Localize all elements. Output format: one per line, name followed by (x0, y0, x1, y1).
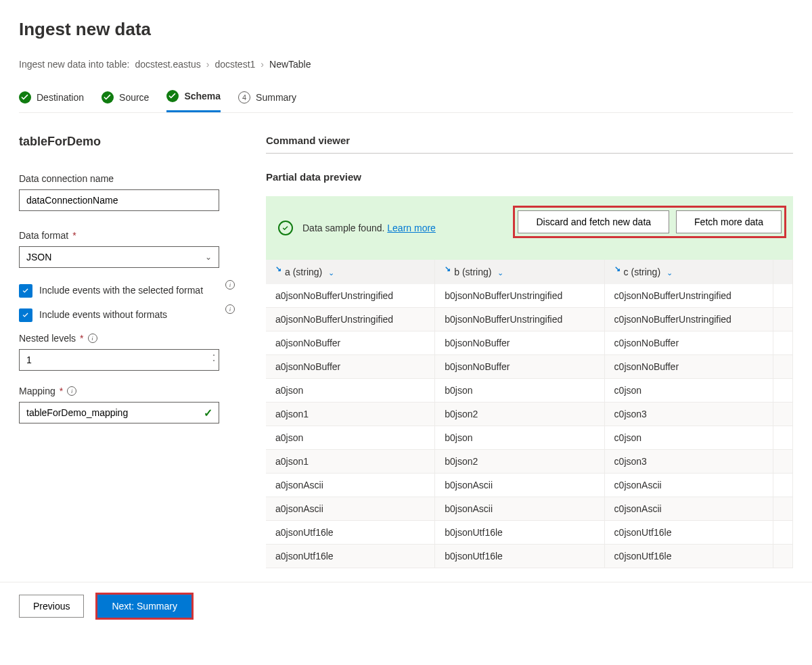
chevron-down-icon: ⌄ (328, 269, 334, 277)
table-row: a0json1b0json2c0json3 (266, 450, 793, 474)
include-events-format-checkbox[interactable] (19, 284, 32, 298)
table-name-heading: tableForDemo (19, 135, 225, 149)
cell-spacer (773, 474, 793, 497)
table-row: a0jsonNoBufferUnstringifiedb0jsonNoBuffe… (266, 284, 793, 308)
footer-actions: Previous Next: Summary (0, 582, 812, 630)
step-nav: Destination Source Schema 4 Summary (19, 90, 793, 113)
info-icon[interactable]: i (225, 304, 235, 314)
step-summary[interactable]: 4 Summary (238, 91, 296, 112)
cell-spacer (773, 355, 793, 379)
check-icon (102, 91, 114, 104)
cell-spacer (773, 284, 793, 308)
table-cell: c0json (604, 379, 773, 403)
table-cell: b0jsonNoBuffer (435, 355, 604, 379)
table-cell: a0jsonAscii (266, 474, 435, 497)
table-cell: a0json (266, 379, 435, 403)
table-cell: b0jsonNoBufferUnstringified (435, 284, 604, 308)
info-icon[interactable]: i (225, 280, 235, 290)
column-header-a[interactable]: ↘a (string)⌄ (266, 260, 435, 284)
preview-table: ↘a (string)⌄ ↘b (string)⌄ ↘c (string)⌄ a… (266, 260, 793, 568)
table-cell: b0jsonNoBuffer (435, 331, 604, 355)
nested-levels-stepper[interactable] (19, 349, 219, 371)
table-cell: c0jsonAscii (604, 497, 773, 521)
mapping-input[interactable] (19, 402, 219, 423)
column-arrow-icon: ↘ (614, 265, 621, 273)
breadcrumb-current: NewTable (269, 59, 311, 70)
table-cell: a0json (266, 426, 435, 450)
required-asterisk: * (72, 230, 76, 241)
step-number-icon: 4 (238, 91, 250, 104)
table-cell: b0json2 (435, 450, 604, 474)
chevron-down-icon: ⌄ (667, 269, 673, 277)
step-label: Destination (37, 92, 84, 103)
breadcrumb-item[interactable]: docstest1 (215, 59, 255, 70)
table-cell: a0jsonNoBufferUnstringified (266, 308, 435, 331)
required-asterisk: * (80, 333, 83, 344)
table-cell: a0jsonNoBuffer (266, 355, 435, 379)
column-spacer (773, 260, 793, 284)
command-viewer-heading: Command viewer (266, 135, 793, 154)
cell-spacer (773, 545, 793, 568)
table-cell: c0json3 (604, 403, 773, 426)
page-title: Ingest new data (19, 19, 793, 40)
table-cell: b0jsonUtf16le (435, 521, 604, 545)
column-arrow-icon: ↘ (445, 265, 451, 273)
learn-more-link[interactable]: Learn more (387, 223, 436, 233)
column-header-c[interactable]: ↘c (string)⌄ (604, 260, 773, 284)
step-label: Schema (184, 91, 221, 101)
checkbox-label: Include events with the selected format (39, 284, 225, 296)
table-row: a0jsonUtf16leb0jsonUtf16lec0jsonUtf16le (266, 545, 793, 568)
table-row: a0jsonUtf16leb0jsonUtf16lec0jsonUtf16le (266, 521, 793, 545)
checkbox-label: Include events without formats (39, 308, 225, 320)
table-row: a0jsonAsciib0jsonAsciic0jsonAscii (266, 474, 793, 497)
data-connection-label: Data connection name (19, 173, 225, 184)
table-cell: b0jsonAscii (435, 497, 604, 521)
cell-spacer (773, 521, 793, 545)
fetch-more-button[interactable]: Fetch more data (676, 210, 782, 233)
check-icon (19, 91, 31, 104)
table-cell: a0jsonNoBuffer (266, 331, 435, 355)
table-row: a0jsonNoBufferb0jsonNoBufferc0jsonNoBuff… (266, 331, 793, 355)
table-row: a0jsonAsciib0jsonAsciic0jsonAscii (266, 497, 793, 521)
table-cell: c0json3 (604, 450, 773, 474)
include-events-without-formats-checkbox[interactable] (19, 308, 32, 322)
table-cell: c0jsonUtf16le (604, 545, 773, 568)
data-connection-input[interactable] (19, 189, 219, 211)
step-schema[interactable]: Schema (166, 90, 221, 112)
table-cell: b0jsonNoBufferUnstringified (435, 308, 604, 331)
data-format-select[interactable]: JSON ⌄ (19, 246, 219, 268)
table-cell: b0json2 (435, 403, 604, 426)
table-cell: b0json (435, 426, 604, 450)
table-cell: a0jsonNoBufferUnstringified (266, 284, 435, 308)
chevron-right-icon: › (261, 59, 264, 70)
table-cell: c0jsonUtf16le (604, 521, 773, 545)
previous-button[interactable]: Previous (19, 595, 84, 618)
info-icon[interactable]: i (67, 386, 76, 396)
table-cell: a0json1 (266, 403, 435, 426)
chevron-down-icon: ⌄ (205, 252, 212, 262)
discard-fetch-button[interactable]: Discard and fetch new data (518, 210, 669, 233)
table-row: a0jsonb0jsonc0json (266, 426, 793, 450)
next-summary-button[interactable]: Next: Summary (97, 595, 191, 618)
table-row: a0json1b0json2c0json3 (266, 403, 793, 426)
stepper-arrows-icon[interactable]: ˄˅ (212, 354, 215, 365)
step-source[interactable]: Source (102, 91, 149, 112)
chevron-down-icon: ⌄ (497, 269, 503, 277)
notice-actions-highlight: Discard and fetch new data Fetch more da… (513, 206, 786, 238)
cell-spacer (773, 331, 793, 355)
cell-spacer (773, 450, 793, 474)
table-cell: a0jsonUtf16le (266, 521, 435, 545)
step-destination[interactable]: Destination (19, 91, 84, 112)
cell-spacer (773, 379, 793, 403)
checkmark-icon: ✓ (204, 407, 212, 419)
mapping-label: Mapping* i (19, 386, 225, 396)
cell-spacer (773, 497, 793, 521)
table-cell: a0jsonUtf16le (266, 545, 435, 568)
table-row: a0jsonNoBufferUnstringifiedb0jsonNoBuffe… (266, 308, 793, 331)
info-icon[interactable]: i (88, 334, 97, 343)
column-header-b[interactable]: ↘b (string)⌄ (435, 260, 604, 284)
breadcrumb-item[interactable]: docstest.eastus (135, 59, 200, 70)
table-cell: c0json (604, 426, 773, 450)
step-label: Summary (256, 92, 296, 103)
required-asterisk: * (60, 386, 63, 396)
